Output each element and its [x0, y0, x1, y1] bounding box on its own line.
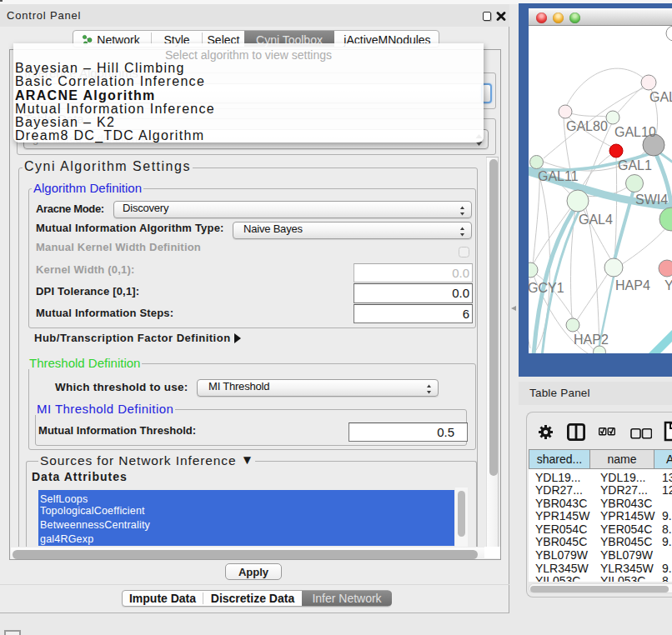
- svg-text:GAL11: GAL11: [538, 169, 579, 183]
- svg-text:SWI4: SWI4: [635, 192, 668, 207]
- svg-text:Y: Y: [664, 278, 672, 292]
- svg-text:HAP2: HAP2: [574, 332, 609, 347]
- svg-text:GAL80: GAL80: [566, 119, 608, 133]
- svg-text:GAL: GAL: [649, 90, 672, 104]
- svg-text:GAL4: GAL4: [579, 212, 613, 227]
- svg-text:HAP4: HAP4: [615, 278, 650, 292]
- svg-text:GAL1: GAL1: [618, 158, 652, 172]
- svg-text:GCY1: GCY1: [529, 281, 564, 295]
- svg-text:GAL10: GAL10: [614, 125, 656, 139]
